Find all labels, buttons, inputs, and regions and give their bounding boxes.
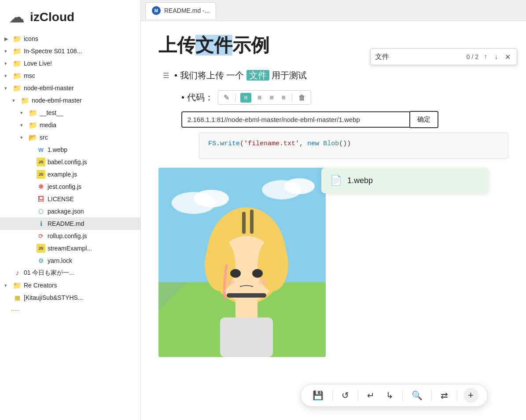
tree-item-test[interactable]: ▾ 📁 __test__ xyxy=(0,107,140,119)
tree-item-node-ebml-top[interactable]: ▾ 📁 node-ebml-master xyxy=(0,82,140,94)
license-icon: ⛾ xyxy=(37,195,45,203)
tree-item-msc[interactable]: ▾ 📁 msc xyxy=(0,70,140,82)
url-confirm-button[interactable]: 确定 xyxy=(410,111,438,128)
tab-label: README.md -... xyxy=(164,7,210,14)
align-justify-button[interactable]: ≡ xyxy=(280,93,287,103)
delete-button[interactable]: 🗑 xyxy=(297,93,307,103)
app-title: izCloud xyxy=(30,10,74,24)
tab-bar: M README.md -... xyxy=(141,0,526,21)
code-class-blob: Blob xyxy=(323,140,339,147)
tree-item-label: 1.webp xyxy=(48,146,136,153)
svg-point-3 xyxy=(194,190,229,207)
align-left-button[interactable]: ≡ xyxy=(256,93,263,103)
folder-src-icon: 📂 xyxy=(29,133,37,142)
tree-item-label: In-Spectre S01 108... xyxy=(24,48,136,55)
folder-icon: 📁 xyxy=(13,84,22,92)
align-center-button[interactable]: ≡ xyxy=(240,93,251,103)
tree-item-in-spectre[interactable]: ▾ 📁 In-Spectre S01 108... xyxy=(0,45,140,57)
tree-item-label: node-ebml-master xyxy=(32,97,136,104)
svg-point-13 xyxy=(252,269,263,278)
chevron-icon: ▶ xyxy=(4,36,11,42)
toolbar-divider xyxy=(235,94,236,102)
tree-item-node-ebml-sub[interactable]: ▾ 📁 node-ebml-master xyxy=(0,94,140,107)
code-toolbar: ✎ ≡ ≡ ≡ ≡ 🗑 xyxy=(218,90,311,105)
chevron-icon: ▾ xyxy=(20,135,26,140)
tree-item-src[interactable]: ▾ 📂 src xyxy=(0,131,140,144)
tree-item-package[interactable]: ▶ ⬡ package.json xyxy=(0,205,140,217)
readme-tab[interactable]: M README.md -... xyxy=(145,2,216,19)
svg-rect-10 xyxy=(242,212,246,234)
toolbar-divider-3 xyxy=(402,390,403,401)
main-content: M README.md -... 0 / 2 ↑ ↓ ✕ 上传文件示例 ☰ • … xyxy=(141,0,526,420)
file-preview-popup: 📄 1.webp xyxy=(321,168,489,193)
tree-item-label: jest.config.js xyxy=(48,183,136,190)
tree-item-icons[interactable]: ▶ 📁 icons xyxy=(0,33,140,45)
svg-point-12 xyxy=(230,269,241,278)
tree-item-label: Love Live! xyxy=(24,60,136,67)
tree-item-music01[interactable]: ▶ ♪ 01 今日も家が一... xyxy=(0,267,140,279)
code-string-filename: 'filename.txt' xyxy=(244,140,299,147)
tree-item-label: rollup.config.js xyxy=(48,232,136,239)
code-keyword-fs: FS xyxy=(208,140,216,147)
search-input[interactable] xyxy=(375,53,463,61)
tree-item-rollup[interactable]: ▶ ⟳ rollup.config.js xyxy=(0,230,140,242)
tree-item-kitanji[interactable]: ▶ ▦ [KitaujiSub&STYHS... xyxy=(0,291,140,304)
tab-file-icon: M xyxy=(152,6,161,15)
rollup-icon: ⟳ xyxy=(37,232,45,240)
js-icon: JS xyxy=(37,158,45,166)
folder-icon: 📁 xyxy=(13,34,22,43)
tree-item-label: src xyxy=(40,134,136,141)
yarn-icon: ⚙ xyxy=(37,256,45,265)
search-button[interactable]: 🔍 xyxy=(409,388,425,402)
bottom-toolbar: 💾 ↺ ↵ ↳ 🔍 ⇄ + xyxy=(301,384,488,407)
shuffle-button[interactable]: ⇄ xyxy=(438,388,451,402)
code-label: • 代码： xyxy=(181,92,213,103)
tree-item-yarn[interactable]: ▶ ⚙ yarn.lock xyxy=(0,254,140,267)
svg-rect-14 xyxy=(227,293,266,298)
svg-rect-18 xyxy=(220,317,273,357)
pen-button[interactable]: ✎ xyxy=(222,92,231,103)
svg-rect-11 xyxy=(250,210,254,234)
search-prev-button[interactable]: ↑ xyxy=(482,52,489,62)
readme-icon: ℹ xyxy=(37,219,45,228)
url-input[interactable] xyxy=(181,111,410,128)
code-keyword-new: new xyxy=(307,140,319,147)
tree-item-license[interactable]: ▶ ⛾ LICENSE xyxy=(0,193,140,205)
tree-item-readme[interactable]: ▶ ℹ README.md xyxy=(0,217,140,230)
file-preview-name: 1.webp xyxy=(347,176,373,185)
tree-item-label: icons xyxy=(24,35,136,42)
save-button[interactable]: 💾 xyxy=(310,388,326,402)
align-right-button[interactable]: ≡ xyxy=(268,93,275,103)
add-button[interactable]: + xyxy=(463,388,478,403)
js-icon: JS xyxy=(37,170,45,179)
svg-point-5 xyxy=(284,178,315,194)
enter-button[interactable]: ↵ xyxy=(364,388,377,402)
tree-item-label: media xyxy=(40,122,136,129)
chevron-icon: ▾ xyxy=(20,122,26,128)
webp-icon: W xyxy=(37,145,45,154)
forward-button[interactable]: ↳ xyxy=(383,388,396,402)
chevron-icon: ▾ xyxy=(4,73,11,79)
code-keyword-write: write xyxy=(220,140,240,147)
tree-item-label: node-ebml-master xyxy=(24,85,136,92)
tree-item-love-live[interactable]: ▾ 📁 Love Live! xyxy=(0,57,140,70)
toolbar-divider-2 xyxy=(292,94,292,102)
folder-icon: 📁 xyxy=(13,47,22,55)
tree-item-babel[interactable]: ▶ JS babel.config.js xyxy=(0,156,140,168)
code-block: FS.write('filename.txt', new Blob()) xyxy=(199,133,508,159)
search-next-button[interactable]: ↓ xyxy=(493,52,500,62)
folder-icon: 📁 xyxy=(13,59,22,68)
tree-item-re-creators[interactable]: ▾ 📁 Re Creators xyxy=(0,279,140,291)
search-close-button[interactable]: ✕ xyxy=(503,52,512,62)
folder-icon: 📁 xyxy=(29,121,37,129)
tree-item-jest[interactable]: ▶ ❃ jest.config.js xyxy=(0,181,140,193)
tree-item-media[interactable]: ▾ 📁 media xyxy=(0,119,140,131)
refresh-button[interactable]: ↺ xyxy=(339,388,352,402)
tree-item-label: Re Creators xyxy=(24,282,136,289)
sidebar: ☁ izCloud ▶ 📁 icons ▾ 📁 In-Spectre S01 1… xyxy=(0,0,141,420)
kitanji-icon: ▦ xyxy=(13,293,22,302)
tree-item-stream[interactable]: ▶ JS streamExampl... xyxy=(0,242,140,254)
tree-item-example[interactable]: ▶ JS example.js xyxy=(0,168,140,181)
chevron-icon: ▾ xyxy=(20,110,26,116)
tree-item-1webp[interactable]: ▶ W 1.webp xyxy=(0,144,140,156)
